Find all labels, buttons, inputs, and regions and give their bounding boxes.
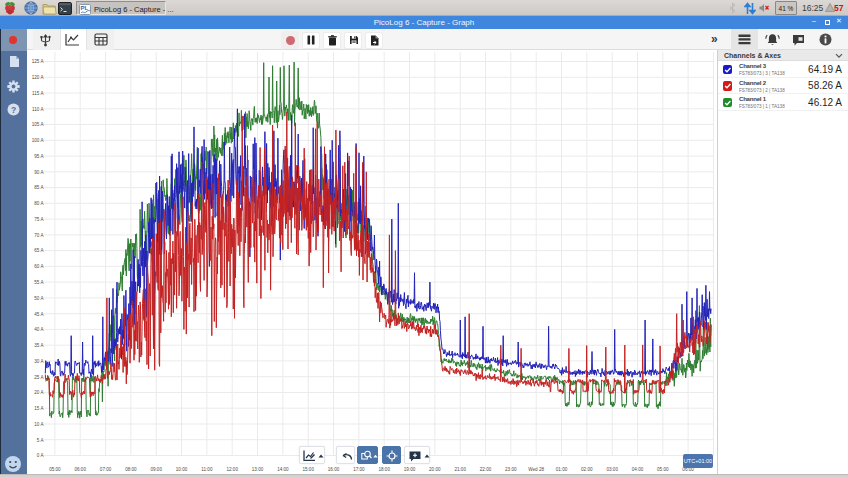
svg-text:01:00: 01:00	[556, 467, 568, 472]
svg-text:07:00: 07:00	[100, 467, 112, 472]
svg-text:75 A: 75 A	[34, 217, 44, 222]
svg-text:12:00: 12:00	[226, 467, 238, 472]
svg-text:95 A: 95 A	[34, 154, 44, 159]
svg-text:Wed 28: Wed 28	[528, 467, 544, 472]
svg-text:50 A: 50 A	[34, 296, 44, 301]
svg-text:55 A: 55 A	[34, 280, 44, 285]
svg-text:14:00: 14:00	[277, 467, 289, 472]
svg-text:17:00: 17:00	[353, 467, 365, 472]
svg-text:06:00: 06:00	[74, 467, 86, 472]
svg-text:0 A: 0 A	[37, 453, 45, 458]
svg-text:19:00: 19:00	[404, 467, 416, 472]
svg-text:105 A: 105 A	[32, 122, 45, 127]
svg-text:120 A: 120 A	[32, 75, 45, 80]
svg-text:?: ?	[11, 105, 16, 115]
svg-text:03:00: 03:00	[606, 467, 618, 472]
svg-text:13:00: 13:00	[252, 467, 264, 472]
svg-text:05:00: 05:00	[49, 467, 61, 472]
svg-text:15:00: 15:00	[302, 467, 314, 472]
svg-text:25 A: 25 A	[34, 375, 44, 380]
svg-text:05:00: 05:00	[657, 467, 669, 472]
svg-text:65 A: 65 A	[34, 248, 44, 253]
svg-text:02:00: 02:00	[581, 467, 593, 472]
svg-text:100 A: 100 A	[32, 138, 45, 143]
svg-text:90 A: 90 A	[34, 170, 44, 175]
svg-text:70 A: 70 A	[34, 233, 44, 238]
svg-text:PL: PL	[81, 5, 89, 11]
svg-text:110 A: 110 A	[32, 107, 44, 112]
svg-text:22:00: 22:00	[480, 467, 492, 472]
svg-text:10 A: 10 A	[34, 422, 44, 427]
svg-text:35 A: 35 A	[34, 343, 44, 348]
svg-text:18:00: 18:00	[378, 467, 390, 472]
svg-text:20 A: 20 A	[34, 390, 44, 395]
svg-text:40 A: 40 A	[34, 327, 44, 332]
svg-text:23:00: 23:00	[505, 467, 517, 472]
svg-text:20:00: 20:00	[429, 467, 441, 472]
svg-text:09:00: 09:00	[150, 467, 162, 472]
svg-text:08:00: 08:00	[125, 467, 137, 472]
svg-text:04:00: 04:00	[632, 467, 644, 472]
svg-text:5 A: 5 A	[37, 438, 45, 443]
svg-text:15 A: 15 A	[34, 406, 44, 411]
svg-text:11:00: 11:00	[201, 467, 213, 472]
svg-text:21:00: 21:00	[454, 467, 466, 472]
svg-text:16:00: 16:00	[328, 467, 340, 472]
svg-text:80 A: 80 A	[34, 201, 44, 206]
svg-text:115 A: 115 A	[32, 91, 44, 96]
svg-text:60 A: 60 A	[34, 264, 44, 269]
svg-text:125 A: 125 A	[32, 59, 45, 64]
svg-text:45 A: 45 A	[34, 312, 44, 317]
svg-text:10:00: 10:00	[176, 467, 188, 472]
svg-text:30 A: 30 A	[34, 359, 44, 364]
svg-text:85 A: 85 A	[34, 185, 44, 190]
